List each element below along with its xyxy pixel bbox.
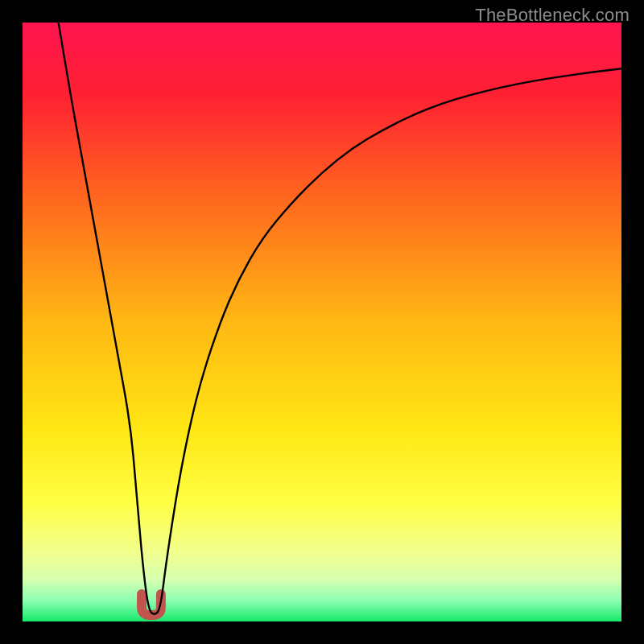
bottleneck-chart bbox=[0, 0, 644, 644]
watermark-text: TheBottleneck.com bbox=[475, 5, 630, 26]
chart-frame: TheBottleneck.com bbox=[0, 0, 644, 644]
